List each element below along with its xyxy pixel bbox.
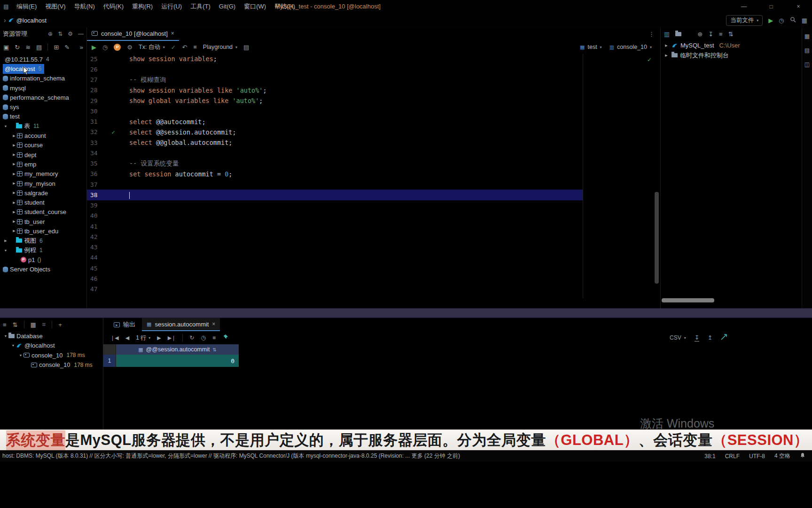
diff-icon[interactable]: ≋ bbox=[25, 44, 31, 51]
chevron-right-icon[interactable]: ▶ bbox=[664, 54, 669, 57]
chevron-down-icon[interactable]: ▼ bbox=[10, 344, 16, 347]
code-editor[interactable]: 25show session variables;2627-- 模糊查询28sh… bbox=[87, 54, 655, 298]
sort-icon[interactable]: ⇅ bbox=[13, 321, 18, 328]
editor-line-33[interactable]: 33select @@global.autocommit; bbox=[87, 137, 655, 148]
search-icon[interactable] bbox=[790, 16, 796, 24]
row-number-cell[interactable]: 1 bbox=[103, 355, 116, 367]
editor-line-46[interactable]: 46 bbox=[87, 273, 655, 284]
list-icon[interactable]: ≡ bbox=[719, 31, 723, 38]
locate-icon[interactable]: ⊕ bbox=[48, 31, 53, 37]
editor-line-26[interactable]: 26 bbox=[87, 64, 655, 74]
playground-mode-selector[interactable]: Playground ▾ bbox=[203, 44, 237, 50]
chevron-right-icon[interactable]: ▶ bbox=[11, 201, 17, 205]
split-view-icon[interactable]: ⌗ bbox=[42, 321, 46, 328]
inspection-ok-icon[interactable]: ✓ bbox=[647, 56, 652, 63]
editor-line-34[interactable]: 34 bbox=[87, 148, 655, 158]
service-item-console_10[interactable]: console_10178 ms bbox=[0, 360, 103, 370]
status-indent-size[interactable]: 4 空格 bbox=[774, 452, 790, 460]
service-item-database[interactable]: ▼Database bbox=[0, 331, 103, 341]
layout-icon[interactable]: ▦ bbox=[802, 17, 807, 24]
schema-selector[interactable]: ▦ test ▾ bbox=[580, 44, 602, 50]
chevron-down-icon[interactable]: ▼ bbox=[3, 125, 8, 128]
explorer-item-mysql[interactable]: mysql bbox=[0, 83, 86, 93]
rollback-undo-icon[interactable]: ↶ bbox=[182, 44, 187, 51]
chevron-right-icon[interactable]: ▶ bbox=[11, 182, 17, 185]
structure-tool-icon[interactable]: ◫ bbox=[804, 61, 810, 68]
files-root-row[interactable]: ▶ MySQL_test C:\User bbox=[661, 40, 802, 50]
chevron-right-icon[interactable]: ▶ bbox=[11, 191, 17, 195]
files-tool-icon[interactable]: ▤ bbox=[804, 47, 810, 54]
explorer-item-my_memory[interactable]: ▶my_memory bbox=[0, 169, 86, 179]
expand-icon[interactable]: ⇅ bbox=[728, 31, 734, 38]
folder-icon[interactable] bbox=[675, 32, 681, 36]
tab-options-kebab-icon[interactable]: ⋮ bbox=[648, 31, 660, 38]
explorer-item-student_course[interactable]: ▶student_course bbox=[0, 207, 86, 217]
explorer-item-[interactable]: ▶视图6 bbox=[0, 236, 86, 246]
explorer-item-emp[interactable]: ▶emp bbox=[0, 159, 86, 169]
editor-line-27[interactable]: 27-- 模糊查询 bbox=[87, 75, 655, 85]
close-tab-icon[interactable]: × bbox=[171, 30, 174, 37]
editor-line-29[interactable]: 29show global variables like 'auto%'; bbox=[87, 95, 655, 106]
files-horizontal-scrollbar[interactable] bbox=[662, 298, 714, 302]
connection-status-text[interactable]: host: DBMS: MySQL (版本 8.0.31) // 区分大小写: … bbox=[0, 452, 460, 460]
history-clock-icon[interactable]: ◷ bbox=[102, 44, 108, 51]
explorer-item-localhost[interactable]: @localhost5 bbox=[0, 64, 86, 73]
explorer-item-tb_user_edu[interactable]: ▶tb_user_edu bbox=[0, 226, 86, 236]
editor-line-28[interactable]: 28show session variables like 'auto%'; bbox=[87, 85, 655, 95]
output-layout-icon[interactable]: ▤ bbox=[243, 44, 249, 51]
value-cell[interactable]: 0 bbox=[116, 355, 239, 367]
stop-icon[interactable]: ■ bbox=[193, 44, 197, 50]
next-page-icon[interactable]: ▶ bbox=[157, 335, 161, 341]
chevron-right-icon[interactable]: ▶ bbox=[11, 162, 17, 166]
prev-page-icon[interactable]: ◀ bbox=[125, 335, 129, 341]
explorer-item-[interactable]: ▼表11 bbox=[0, 121, 86, 131]
collapse-icon[interactable]: ≡ bbox=[3, 321, 7, 328]
status-encoding[interactable]: UTF-8 bbox=[749, 453, 765, 460]
settings-gear-icon[interactable]: ⚙ bbox=[68, 31, 73, 37]
notifications-bell-icon[interactable] bbox=[800, 452, 805, 460]
explorer-item-test[interactable]: test bbox=[0, 112, 86, 121]
new-item-icon[interactable]: ▣ bbox=[3, 44, 9, 51]
files-scratches-row[interactable]: ▶ 临时文件和控制台 bbox=[661, 50, 802, 60]
editor-vertical-scrollbar[interactable] bbox=[655, 192, 659, 284]
console-icon[interactable]: ▤ bbox=[36, 44, 42, 51]
explorer-item-account[interactable]: ▶account bbox=[0, 131, 86, 140]
horizontal-splitter[interactable] bbox=[0, 308, 812, 318]
session-selector[interactable]: ▥ console_10 ▾ bbox=[609, 44, 652, 50]
playground-icon[interactable]: P bbox=[114, 44, 121, 51]
editor-line-32[interactable]: 32✓select @@session.autocommit; bbox=[87, 127, 655, 137]
menu-item[interactable]: 窗口(W) bbox=[240, 3, 270, 10]
sort-icon[interactable]: ⇅ bbox=[212, 347, 216, 352]
tab-output[interactable]: ▶ 输出 bbox=[109, 318, 140, 331]
menu-item[interactable]: 视图(V) bbox=[41, 3, 70, 10]
explorer-item-course[interactable]: ▶course bbox=[0, 141, 86, 150]
export-format-selector[interactable]: CSV ▾ bbox=[670, 334, 686, 341]
close-tab-icon[interactable]: × bbox=[212, 321, 215, 327]
breadcrumb[interactable]: @localhost bbox=[16, 17, 47, 24]
chevron-right-icon[interactable]: ▶ bbox=[11, 229, 17, 233]
chevron-right-icon[interactable]: ▶ bbox=[11, 143, 17, 147]
explorer-item-p1[interactable]: Pp1() bbox=[0, 255, 86, 264]
editor-line-25[interactable]: 25show session variables; bbox=[87, 54, 655, 64]
editor-line-42[interactable]: 42 bbox=[87, 231, 655, 242]
auto-refresh-clock-icon[interactable]: ◷ bbox=[201, 334, 205, 341]
database-tool-icon[interactable]: ▦ bbox=[804, 33, 810, 40]
chevron-right-icon[interactable]: ▶ bbox=[11, 153, 17, 157]
editor-line-36[interactable]: 36set session autocommit = 0; bbox=[87, 169, 655, 179]
editor-line-31[interactable]: 31select @@autocommit; bbox=[87, 117, 655, 127]
menu-item[interactable]: 工具(T) bbox=[186, 3, 215, 10]
collapse-all-icon[interactable]: ⇅ bbox=[58, 31, 62, 37]
explorer-item-information_schema[interactable]: information_schema bbox=[0, 74, 86, 83]
tx-mode-selector[interactable]: Tx: 自动 ▾ bbox=[139, 43, 165, 51]
run-config-selector[interactable]: 当前文件 ▾ bbox=[726, 15, 763, 26]
pin-tab-icon[interactable] bbox=[222, 334, 228, 341]
editor-line-37[interactable]: 37 bbox=[87, 179, 655, 190]
explorer-item-[interactable]: ▼例程1 bbox=[0, 246, 86, 255]
editor-line-39[interactable]: 39 bbox=[87, 200, 655, 211]
table-view-icon[interactable]: ⊞ bbox=[54, 44, 59, 51]
files-view-icon[interactable]: ▥ bbox=[664, 31, 670, 38]
tab-console-10[interactable]: console_10 [@localhost] × bbox=[87, 27, 179, 41]
status-caret-position[interactable]: 38:1 bbox=[704, 453, 715, 460]
export-download-icon[interactable]: ↧ bbox=[695, 334, 699, 341]
explorer-item-my_myison[interactable]: ▶my_myison bbox=[0, 179, 86, 188]
